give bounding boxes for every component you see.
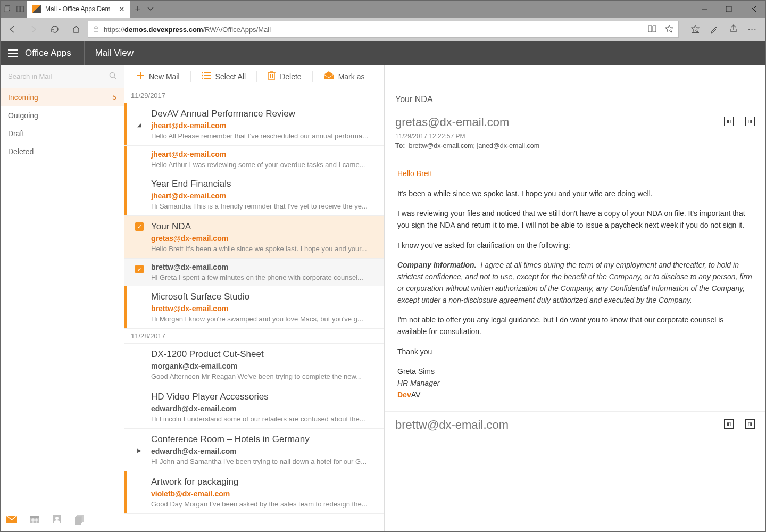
app-title: Office Apps	[25, 41, 85, 65]
menu-button[interactable]	[1, 49, 25, 57]
date-separator: 11/29/2017	[124, 88, 384, 103]
mail-item[interactable]: DX-1200 Product Cut-Sheetmorgank@dx-emai…	[124, 344, 384, 386]
tab-chevron-icon[interactable]	[147, 5, 154, 14]
close-window-button[interactable]	[741, 1, 765, 18]
favorites-icon[interactable]	[690, 24, 700, 35]
message-actions: ◧ ◨	[724, 117, 755, 126]
home-button[interactable]	[66, 20, 86, 39]
mail-item[interactable]: ✓brettw@dx-email.comHi Greta I spent a f…	[124, 259, 384, 286]
delete-button[interactable]: Delete	[262, 68, 306, 85]
view-title: Mail View	[85, 48, 134, 59]
search-icon[interactable]	[109, 72, 116, 81]
mail-item[interactable]: ✓Your NDAgretas@dx-email.comHello Brett …	[124, 216, 384, 259]
mail-column: New Mail Select All Delete Mark as 11/29…	[124, 65, 385, 532]
folder-outgoing[interactable]: Outgoing	[1, 106, 124, 124]
folder-draft[interactable]: Draft	[1, 124, 124, 143]
paragraph: Company Information. I agree at all time…	[397, 260, 753, 306]
calendar-icon[interactable]	[29, 514, 40, 526]
mail-toolbar: New Mail Select All Delete Mark as	[124, 65, 384, 88]
mark-as-label: Mark as	[338, 72, 365, 81]
tab-actions: +	[130, 1, 159, 18]
action-icon-1[interactable]: ◧	[724, 419, 734, 429]
message-from: gretas@dx-email.com	[395, 115, 755, 129]
svg-point-31	[202, 75, 203, 77]
reading-view-icon[interactable]	[647, 24, 657, 35]
paragraph: I know you've asked for clarification on…	[397, 240, 753, 252]
paragraph: I was reviewing your files and noticed t…	[397, 208, 753, 231]
checkbox-icon[interactable]: ✓	[135, 265, 144, 273]
hamburger-icon	[8, 49, 18, 57]
minimize-button[interactable]	[692, 1, 717, 18]
tab-title: Mail - Office Apps Dem	[45, 5, 110, 13]
app-header: Office Apps Mail View	[1, 41, 765, 65]
svg-rect-5	[726, 6, 731, 12]
side-by-side-icon	[16, 5, 24, 13]
lock-icon	[93, 25, 99, 34]
tab-favicon	[32, 5, 41, 13]
mail-icon[interactable]	[6, 515, 18, 525]
svg-rect-15	[30, 516, 39, 518]
plus-icon	[136, 71, 145, 81]
checkbox-icon[interactable]: ✓	[135, 222, 144, 231]
tab-close-icon[interactable]: ✕	[119, 5, 125, 13]
notes-icon[interactable]	[710, 24, 719, 35]
message-actions: ◧ ◨	[724, 419, 755, 429]
mark-as-button[interactable]: Mark as	[318, 68, 370, 85]
message-header-1: gretas@dx-email.com 11/29/2017 12:22:57 …	[385, 109, 765, 157]
paragraph: Thank you	[397, 346, 753, 358]
app-body: Incoming5OutgoingDraftDeleted New Mail S…	[1, 65, 765, 532]
action-icon-2[interactable]: ◨	[745, 117, 755, 126]
message-header-2[interactable]: brettw@dx-email.com ◧ ◨	[385, 411, 765, 443]
list-icon	[202, 72, 211, 81]
contacts-icon[interactable]	[52, 514, 62, 526]
browser-nav-row: https://demos.devexpress.com/RWA/OfficeA…	[1, 18, 765, 41]
address-bar[interactable]: https://demos.devexpress.com/RWA/OfficeA…	[88, 21, 679, 38]
sidebar: Incoming5OutgoingDraftDeleted	[1, 65, 124, 532]
mail-list[interactable]: 11/29/2017◢DevAV Annual Performance Revi…	[124, 88, 384, 532]
bottom-nav	[1, 508, 124, 532]
svg-point-11	[110, 73, 115, 78]
svg-point-30	[202, 72, 203, 74]
svg-rect-2	[17, 6, 20, 12]
svg-point-21	[55, 517, 59, 520]
mail-item[interactable]: HD Video Player Accessoriesedwardh@dx-em…	[124, 386, 384, 429]
svg-rect-1	[4, 7, 9, 12]
mail-item[interactable]: jheart@dx-email.comHello Arthur I was re…	[124, 146, 384, 173]
delete-label: Delete	[280, 72, 301, 81]
expand-icon[interactable]: ▶	[137, 447, 141, 453]
greeting: Hello Brett	[397, 168, 753, 180]
mail-item[interactable]: Year End Financialsjheart@dx-email.comHi…	[124, 173, 384, 216]
more-icon[interactable]: ···	[748, 26, 757, 34]
browser-chrome: Mail - Office Apps Dem ✕ + https://demos…	[1, 1, 765, 41]
message-from: brettw@dx-email.com	[395, 418, 755, 432]
action-icon-1[interactable]: ◧	[724, 117, 734, 126]
mail-item[interactable]: Microsoft Surface Studiobrettw@dx-email.…	[124, 286, 384, 329]
share-icon[interactable]	[729, 24, 738, 35]
stack-icon[interactable]	[74, 514, 85, 526]
mail-item[interactable]: ▶Conference Room – Hotels in Germanyedwa…	[124, 429, 384, 471]
reading-toolbar	[385, 65, 765, 88]
cascade-icon	[4, 5, 11, 13]
new-mail-button[interactable]: New Mail	[131, 68, 185, 85]
maximize-button[interactable]	[717, 1, 741, 18]
new-tab-icon[interactable]: +	[135, 4, 140, 15]
svg-rect-3	[21, 6, 23, 12]
message-body: Hello Brett It's been a while since we s…	[385, 157, 765, 411]
folder-deleted[interactable]: Deleted	[1, 143, 124, 161]
collapse-icon[interactable]: ◢	[137, 121, 141, 127]
refresh-button[interactable]	[45, 20, 64, 39]
forward-button[interactable]	[24, 20, 43, 39]
folder-incoming[interactable]: Incoming5	[1, 88, 124, 106]
action-icon-2[interactable]: ◨	[745, 419, 755, 429]
search-input[interactable]	[8, 72, 109, 80]
separator	[190, 71, 191, 82]
signature: Greta Sims HR Manager DevAV	[397, 366, 753, 401]
favorite-star-icon[interactable]	[664, 24, 674, 35]
reading-header: Your NDA	[385, 88, 765, 109]
mail-item[interactable]: Artwork for packagingvioletb@dx-email.co…	[124, 471, 384, 514]
browser-tab[interactable]: Mail - Office Apps Dem ✕	[27, 1, 130, 18]
back-button[interactable]	[3, 20, 22, 39]
select-all-button[interactable]: Select All	[196, 68, 252, 85]
paragraph: I'm not able to offer you any legal guid…	[397, 314, 753, 337]
mail-item[interactable]: ◢DevAV Annual Performance Reviewjheart@d…	[124, 103, 384, 146]
